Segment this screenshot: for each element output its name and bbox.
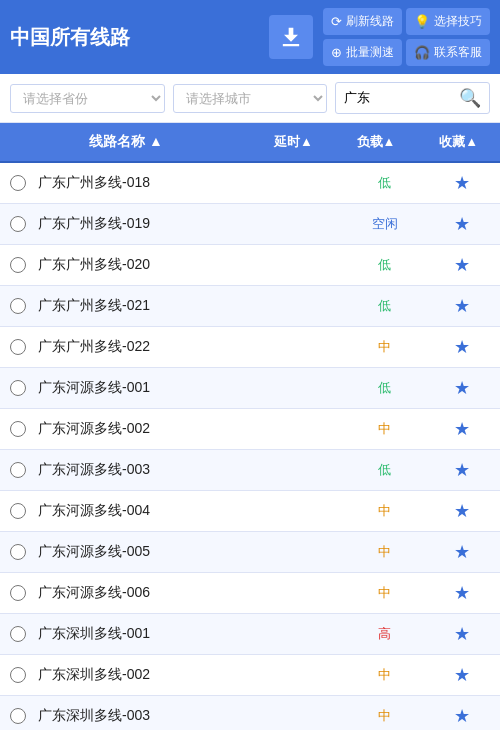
row-radio-wrap[interactable] [0,503,36,519]
batch-test-button[interactable]: ⊕ 批量测速 [323,39,402,66]
contact-label: 联系客服 [434,44,482,61]
row-name: 广东深圳多线-003 [36,707,269,725]
star-icon[interactable]: ★ [454,542,470,562]
row-radio-wrap[interactable] [0,216,36,232]
page-title: 中国所有线路 [10,24,259,51]
row-fav[interactable]: ★ [423,623,500,645]
refresh-button[interactable]: ⟳ 刷新线路 [323,8,402,35]
province-select[interactable]: 请选择省份 [10,84,165,113]
row-name: 广东广州多线-020 [36,256,269,274]
star-icon[interactable]: ★ [454,337,470,357]
row-radio-wrap[interactable] [0,708,36,724]
tips-button[interactable]: 💡 选择技巧 [406,8,490,35]
star-icon[interactable]: ★ [454,624,470,644]
row-radio-input[interactable] [10,380,26,396]
row-radio-input[interactable] [10,298,26,314]
row-radio-input[interactable] [10,339,26,355]
row-radio-input[interactable] [10,175,26,191]
search-input[interactable] [344,91,459,106]
row-fav[interactable]: ★ [423,459,500,481]
row-radio-input[interactable] [10,462,26,478]
row-radio-input[interactable] [10,257,26,273]
row-radio-wrap[interactable] [0,175,36,191]
row-radio-wrap[interactable] [0,626,36,642]
row-load: 空闲 [346,215,423,233]
row-name: 广东广州多线-021 [36,297,269,315]
row-radio-wrap[interactable] [0,544,36,560]
search-wrap: 🔍 [335,82,490,114]
row-name: 广东河源多线-001 [36,379,269,397]
star-icon[interactable]: ★ [454,214,470,234]
row-radio-input[interactable] [10,626,26,642]
table-row: 广东深圳多线-003 中 ★ [0,696,500,730]
city-select[interactable]: 请选择城市 [173,84,328,113]
row-radio-input[interactable] [10,708,26,724]
col-name-header[interactable]: 线路名称 ▲ [0,123,252,161]
search-icon[interactable]: 🔍 [459,87,481,109]
row-load: 中 [346,707,423,725]
row-radio-wrap[interactable] [0,298,36,314]
row-radio-wrap[interactable] [0,421,36,437]
star-icon[interactable]: ★ [454,706,470,726]
row-radio-input[interactable] [10,503,26,519]
table-body: 广东广州多线-018 低 ★ 广东广州多线-019 空闲 ★ 广东广州多线-02… [0,163,500,730]
table-row: 广东广州多线-021 低 ★ [0,286,500,327]
star-icon[interactable]: ★ [454,378,470,398]
batch-label: 批量测速 [346,44,394,61]
row-fav[interactable]: ★ [423,295,500,317]
contact-button[interactable]: 🎧 联系客服 [406,39,490,66]
row-fav[interactable]: ★ [423,336,500,358]
row-radio-wrap[interactable] [0,257,36,273]
row-radio-wrap[interactable] [0,380,36,396]
row-radio-input[interactable] [10,585,26,601]
row-load: 中 [346,338,423,356]
row-fav[interactable]: ★ [423,705,500,727]
col-delay-header[interactable]: 延时▲ [252,123,335,161]
table-row: 广东河源多线-004 中 ★ [0,491,500,532]
star-icon[interactable]: ★ [454,501,470,521]
row-fav[interactable]: ★ [423,172,500,194]
table-row: 广东广州多线-019 空闲 ★ [0,204,500,245]
table-row: 广东广州多线-018 低 ★ [0,163,500,204]
star-icon[interactable]: ★ [454,460,470,480]
row-load: 中 [346,584,423,602]
col-load-header[interactable]: 负载▲ [335,123,418,161]
row-load: 中 [346,543,423,561]
download-icon[interactable] [269,15,313,59]
row-radio-wrap[interactable] [0,339,36,355]
row-radio-input[interactable] [10,216,26,232]
table-row: 广东河源多线-002 中 ★ [0,409,500,450]
row-load: 低 [346,297,423,315]
col-fav-header[interactable]: 收藏▲ [417,123,500,161]
row-fav[interactable]: ★ [423,500,500,522]
header: 中国所有线路 ⟳ 刷新线路 💡 选择技巧 ⊕ 批量测速 🎧 联系客服 [0,0,500,74]
row-name: 广东广州多线-022 [36,338,269,356]
row-fav[interactable]: ★ [423,664,500,686]
row-fav[interactable]: ★ [423,377,500,399]
row-load: 低 [346,174,423,192]
row-radio-wrap[interactable] [0,585,36,601]
row-radio-wrap[interactable] [0,462,36,478]
row-fav[interactable]: ★ [423,541,500,563]
table-row: 广东河源多线-005 中 ★ [0,532,500,573]
tips-icon: 💡 [414,14,430,29]
row-name: 广东广州多线-018 [36,174,269,192]
row-radio-wrap[interactable] [0,667,36,683]
star-icon[interactable]: ★ [454,255,470,275]
row-name: 广东河源多线-006 [36,584,269,602]
star-icon[interactable]: ★ [454,296,470,316]
star-icon[interactable]: ★ [454,583,470,603]
filter-row: 请选择省份 请选择城市 🔍 [0,74,500,123]
row-fav[interactable]: ★ [423,582,500,604]
row-fav[interactable]: ★ [423,418,500,440]
row-radio-input[interactable] [10,544,26,560]
row-fav[interactable]: ★ [423,213,500,235]
table-row: 广东深圳多线-002 中 ★ [0,655,500,696]
row-radio-input[interactable] [10,667,26,683]
row-fav[interactable]: ★ [423,254,500,276]
star-icon[interactable]: ★ [454,173,470,193]
row-name: 广东河源多线-005 [36,543,269,561]
row-radio-input[interactable] [10,421,26,437]
star-icon[interactable]: ★ [454,419,470,439]
star-icon[interactable]: ★ [454,665,470,685]
